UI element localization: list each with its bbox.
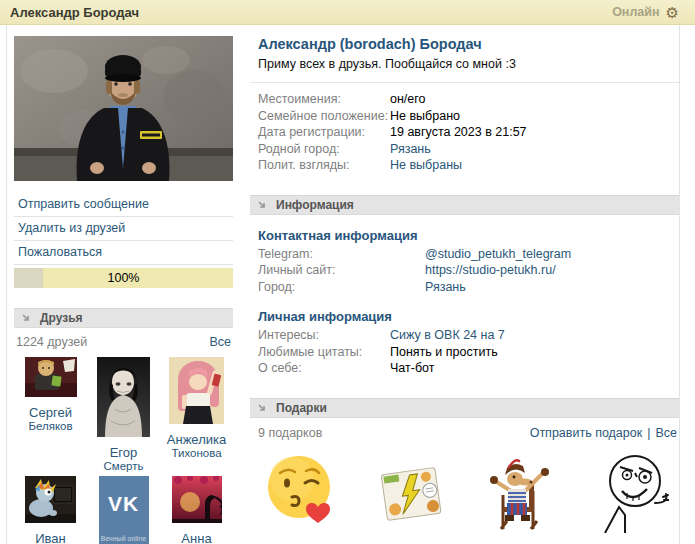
gifts-count: 9 подарков bbox=[258, 426, 322, 440]
field-label: Полит. взгляды: bbox=[258, 158, 390, 174]
profile-status[interactable]: Приму всех в друзья. Пообщайся со мной :… bbox=[250, 55, 679, 83]
field-label: Родной город: bbox=[258, 142, 390, 158]
online-status: Онлайн bbox=[612, 5, 659, 19]
profile-name: Александр (borodach) Бородач bbox=[250, 36, 679, 55]
gift-kiss-heart-emoji[interactable] bbox=[262, 451, 340, 533]
friend-first-name[interactable]: Анжелика bbox=[167, 432, 226, 447]
gifts-links-separator: | bbox=[647, 426, 650, 440]
friend-last-name[interactable]: Тихонова bbox=[171, 447, 221, 460]
rating-bar: 100% bbox=[14, 268, 233, 288]
personal-info-title: Личная информация bbox=[250, 296, 679, 328]
vk-caption: Вечный online bbox=[99, 535, 149, 542]
friend-first-name[interactable]: Сергей bbox=[29, 405, 72, 420]
contact-info-title: Контактная информация bbox=[250, 215, 679, 247]
gift-snack-box[interactable] bbox=[372, 451, 450, 533]
info-section-header[interactable]: Информация bbox=[250, 195, 679, 215]
friends-meta: 1224 друзей Все bbox=[14, 328, 233, 355]
friends-count: 1224 друзей bbox=[16, 335, 87, 349]
website-link[interactable]: https://studio-petukh.ru/ bbox=[425, 263, 556, 279]
field-label: Семейное положение: bbox=[258, 109, 390, 125]
friend-photo-vk-logo[interactable]: VK Вечный online bbox=[99, 476, 149, 544]
gift-y-u-no-meme[interactable] bbox=[591, 451, 669, 533]
friend-card: Сергей Беляков bbox=[14, 357, 87, 476]
gift-cartoon-pirate[interactable] bbox=[481, 451, 559, 533]
right-column: Александр (borodach) Бородач Приму всех … bbox=[250, 36, 679, 533]
profile-page: Александр Бородач Онлайн ⚙ bbox=[0, 0, 695, 544]
report-link[interactable]: Пожаловаться bbox=[14, 241, 233, 265]
friend-photo-anzhelika[interactable] bbox=[169, 357, 224, 428]
page-left-border bbox=[6, 25, 7, 544]
friend-last-name[interactable]: Беляков bbox=[28, 420, 72, 433]
field-row: Семейное положение: Не выбрано bbox=[258, 109, 679, 125]
field-label: Telegram: bbox=[258, 247, 425, 263]
vk-logo: VK bbox=[99, 492, 149, 516]
friend-card: VK Вечный online bbox=[87, 476, 160, 544]
friend-photo-ivan[interactable] bbox=[25, 476, 76, 527]
field-row: Город: Рязань bbox=[258, 280, 679, 296]
field-row: Telegram: @studio_petukh_telegram bbox=[258, 247, 679, 263]
field-label: Город: bbox=[258, 280, 425, 296]
personal-fields: Интересы: Сижу в ОВК 24 на 7 Любимые цит… bbox=[250, 328, 679, 377]
gifts-row bbox=[250, 440, 679, 533]
field-label: Дата регистрации: bbox=[258, 125, 390, 141]
friends-grid: Сергей Беляков bbox=[14, 357, 233, 544]
city-link[interactable]: Рязань bbox=[425, 280, 466, 296]
send-gift-link[interactable]: Отправить подарок bbox=[530, 426, 643, 440]
contact-fields: Telegram: @studio_petukh_telegram Личный… bbox=[250, 247, 679, 296]
profile-photo[interactable] bbox=[14, 36, 233, 181]
collapse-arrow-icon bbox=[257, 200, 267, 210]
friend-photo-anna[interactable] bbox=[172, 476, 222, 527]
field-row: О себе: Чат-бот bbox=[258, 361, 679, 377]
field-label: Личный сайт: bbox=[258, 263, 425, 279]
friend-card: Егор Смерть bbox=[87, 357, 160, 476]
field-label: Интересы: bbox=[258, 328, 390, 344]
field-label: Любимые цитаты: bbox=[258, 345, 390, 361]
friends-section-header[interactable]: Друзья bbox=[14, 308, 233, 328]
gifts-all-link[interactable]: Все bbox=[655, 426, 677, 440]
field-row: Родной город: Рязань bbox=[258, 142, 679, 158]
friend-first-name[interactable]: Егор bbox=[110, 445, 138, 460]
gifts-section-header[interactable]: Подарки bbox=[250, 398, 679, 418]
info-section-title: Информация bbox=[276, 198, 354, 212]
field-label: Местоимения: bbox=[258, 92, 390, 108]
collapse-arrow-icon bbox=[257, 403, 267, 413]
field-row: Полит. взгляды: Не выбраны bbox=[258, 158, 679, 174]
collapse-arrow-icon bbox=[21, 313, 31, 323]
page-title: Александр Бородач bbox=[10, 5, 139, 20]
field-row: Личный сайт: https://studio-petukh.ru/ bbox=[258, 263, 679, 279]
field-value: он/его bbox=[390, 92, 426, 108]
remove-friend-link[interactable]: Удалить из друзей bbox=[14, 217, 233, 241]
friend-card: Анжелика Тихонова bbox=[160, 357, 233, 476]
friend-first-name[interactable]: Анна bbox=[181, 531, 211, 544]
profile-fields: Местоимения: он/его Семейное положение: … bbox=[250, 83, 679, 174]
field-row: Местоимения: он/его bbox=[258, 92, 679, 108]
friend-last-name[interactable]: Смерть bbox=[103, 460, 143, 473]
friend-first-name[interactable]: Иван bbox=[35, 531, 66, 544]
field-row: Любимые цитаты: Понять и простить bbox=[258, 345, 679, 361]
left-column: Отправить сообщение Удалить из друзей По… bbox=[14, 36, 233, 544]
interests-link[interactable]: Сижу в ОВК 24 на 7 bbox=[390, 328, 505, 344]
telegram-link[interactable]: @studio_petukh_telegram bbox=[425, 247, 571, 263]
field-value: 19 августа 2023 в 21:57 bbox=[390, 125, 527, 141]
gifts-section-title: Подарки bbox=[276, 401, 327, 415]
page-right-border bbox=[679, 25, 680, 544]
gifts-meta: 9 подарков Отправить подарок | Все bbox=[250, 418, 679, 440]
profile-actions: Отправить сообщение Удалить из друзей По… bbox=[14, 193, 233, 265]
friends-all-link[interactable]: Все bbox=[209, 335, 231, 349]
friends-section-title: Друзья bbox=[40, 311, 83, 325]
field-label: О себе: bbox=[258, 361, 390, 377]
topbar: Александр Бородач Онлайн ⚙ bbox=[0, 0, 695, 25]
send-message-link[interactable]: Отправить сообщение bbox=[14, 193, 233, 217]
rating-value: 100% bbox=[14, 268, 233, 288]
hometown-link[interactable]: Рязань bbox=[390, 142, 431, 158]
friend-card: Иван bbox=[14, 476, 87, 544]
field-value: Не выбрано bbox=[390, 109, 460, 125]
friend-photo-egor[interactable] bbox=[97, 357, 150, 441]
friend-photo-sergey[interactable] bbox=[25, 357, 77, 401]
field-value: Понять и простить bbox=[390, 345, 498, 361]
friend-card: Анна bbox=[160, 476, 233, 544]
field-value: Чат-бот bbox=[390, 361, 434, 377]
political-views-link[interactable]: Не выбраны bbox=[390, 158, 462, 174]
field-row: Дата регистрации: 19 августа 2023 в 21:5… bbox=[258, 125, 679, 141]
gear-icon[interactable]: ⚙ bbox=[666, 5, 679, 20]
